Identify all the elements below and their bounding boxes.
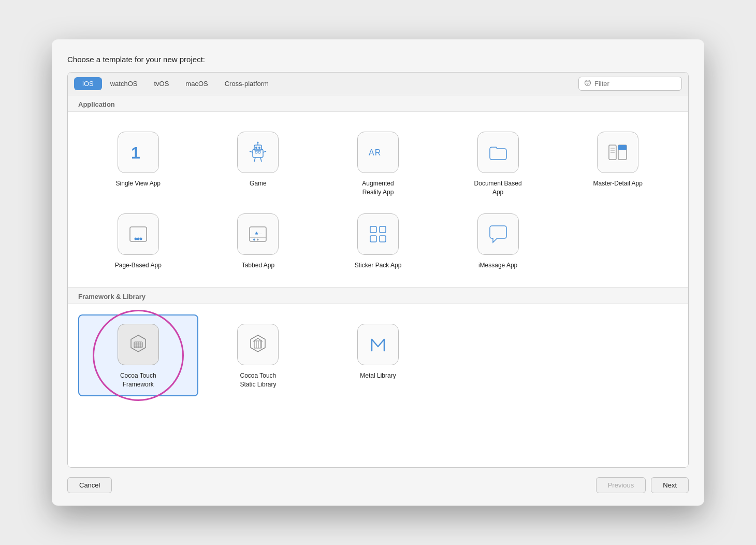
template-ar-app[interactable]: AR AugmentedReality App [318,122,438,204]
svg-line-10 [263,151,266,152]
template-label-page-based-app: Page-Based App [115,261,162,270]
template-icon-metal-library [357,324,399,365]
template-icon-document-app [477,132,519,173]
svg-line-12 [260,157,261,162]
template-game[interactable]: Game [198,122,318,204]
svg-line-9 [250,151,253,152]
svg-point-30 [253,238,255,240]
tab-tvos[interactable]: tvOS [146,77,177,90]
bottom-bar: Cancel Previous Next [67,468,689,493]
new-project-dialog: Choose a template for your new project: … [52,39,704,506]
template-label-imessage-app: iMessage App [478,261,517,270]
tabs-bar: iOS watchOS tvOS macOS Cross-platform [68,73,688,95]
svg-rect-13 [255,151,257,153]
template-label-single-view-app: Single View App [116,179,161,188]
content-area: Application 1 Single View App [68,95,688,467]
template-sticker-pack-app[interactable]: Sticker Pack App [318,204,438,277]
svg-rect-39 [380,236,386,242]
cancel-button[interactable]: Cancel [67,477,112,493]
filter-icon [584,79,591,88]
template-single-view-app[interactable]: 1 Single View App [78,122,198,204]
navigation-buttons: Previous Next [596,477,689,493]
template-imessage-app[interactable]: iMessage App [438,204,558,277]
template-cocoa-touch-static-library[interactable]: Cocoa TouchStatic Library [198,314,318,396]
template-icon-cocoa-touch-static-library [237,324,279,365]
framework-grid: Cocoa TouchFramework [68,304,688,407]
svg-text:AR: AR [369,148,381,157]
template-label-game: Game [250,179,267,188]
tab-crossplatform[interactable]: Cross-platform [216,77,277,90]
template-master-detail-app[interactable]: Master-Detail App [558,122,678,204]
main-panel: iOS watchOS tvOS macOS Cross-platform [67,72,689,468]
template-tabbed-app[interactable]: ★ ··· Tabbed App [198,204,318,277]
template-label-cocoa-touch-static-library: Cocoa TouchStatic Library [240,371,276,389]
svg-rect-20 [618,145,627,150]
template-icon-cocoa-touch-framework [118,324,159,365]
svg-point-8 [258,147,260,149]
filter-input[interactable] [594,80,676,88]
template-cocoa-touch-framework[interactable]: Cocoa TouchFramework [78,314,198,396]
svg-text:···: ··· [259,232,262,236]
tab-watchos[interactable]: watchOS [102,77,146,90]
svg-rect-37 [380,226,386,233]
template-label-tabbed-app: Tabbed App [242,261,274,270]
svg-point-16 [257,142,259,144]
template-label-ar-app: AugmentedReality App [362,179,394,197]
template-document-app[interactable]: Document BasedApp [438,122,558,204]
svg-line-11 [254,157,255,162]
dialog-title: Choose a template for your new project: [67,55,689,64]
template-label-metal-library: Metal Library [360,371,396,380]
template-label-document-app: Document BasedApp [474,179,522,197]
template-icon-single-view-app: 1 [118,132,159,173]
svg-point-33 [258,239,258,240]
template-icon-imessage-app [477,213,519,255]
svg-point-27 [139,237,142,240]
template-icon-game [237,132,279,173]
tab-ios[interactable]: iOS [74,77,102,90]
template-metal-library[interactable]: Metal Library [318,314,438,396]
template-icon-master-detail-app [597,132,638,173]
svg-text:1: 1 [131,144,140,162]
previous-button[interactable]: Previous [596,477,646,493]
svg-text:★: ★ [254,231,259,236]
section-framework-header: Framework & Library [68,288,688,304]
svg-rect-36 [370,226,376,233]
svg-rect-14 [258,151,260,153]
template-page-based-app[interactable]: Page-Based App [78,204,198,277]
template-label-sticker-pack-app: Sticker Pack App [355,261,402,270]
template-label-master-detail-app: Master-Detail App [593,179,643,188]
template-icon-ar-app: AR [357,132,399,173]
svg-point-25 [134,237,137,240]
template-icon-page-based-app [118,213,159,255]
svg-point-7 [255,147,257,149]
tab-macos[interactable]: macOS [177,77,216,90]
svg-point-26 [137,237,139,240]
template-label-cocoa-touch-framework: Cocoa TouchFramework [120,371,156,389]
section-application-header: Application [68,95,688,112]
template-icon-sticker-pack-app [357,213,399,255]
application-grid: 1 Single View App [68,112,688,288]
next-button[interactable]: Next [651,477,689,493]
filter-box[interactable] [578,77,682,91]
svg-rect-38 [370,236,376,242]
template-icon-tabbed-app: ★ ··· [237,213,279,255]
